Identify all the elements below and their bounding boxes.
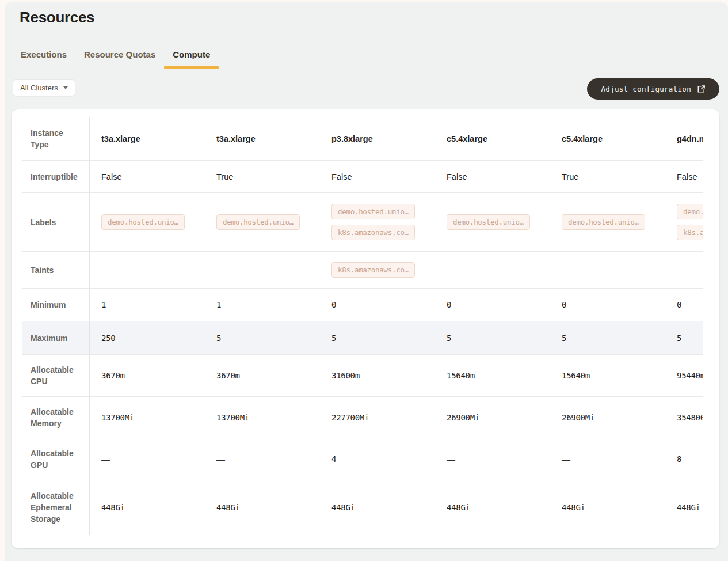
minimum-value: 0 <box>331 300 336 309</box>
cell-maximum-col6: 5 <box>665 321 703 354</box>
cell-minimum-col2: 1 <box>205 289 320 321</box>
tab-bar-divider <box>12 70 723 70</box>
cell-labels-col4: demo.hosted.unio… <box>435 193 550 251</box>
allocatable_memory-value: 227700Mi <box>331 413 369 422</box>
chip-stack: demo.hosted.unio… <box>562 214 645 230</box>
external-link-icon <box>697 85 706 93</box>
page-background: { "page": { "title": "Resources" }, "tab… <box>0 0 728 561</box>
row-label-text: Interruptible <box>31 171 83 183</box>
cell-maximum-col5: 5 <box>550 321 665 354</box>
minimum-value: 1 <box>101 300 106 309</box>
row-label-interruptible: Interruptible <box>22 161 90 192</box>
minimum-value: 1 <box>216 300 221 309</box>
instance_type-value: c5.4xlarge <box>562 134 603 143</box>
row-label-allocatable_memory: Allocatable Memory <box>22 397 90 438</box>
label-chip: demo.hosted.unio… <box>216 214 300 230</box>
cell-minimum-col3: 0 <box>320 289 435 321</box>
minimum-value: 0 <box>562 300 566 309</box>
cell-instance_type-col6: g4dn.metal <box>665 117 703 160</box>
tab-bar: ExecutionsResource QuotasCompute <box>12 48 219 69</box>
label-chip: k8s.amazonaws.co… <box>677 225 703 240</box>
cell-allocatable_gpu-col2: — <box>205 438 320 480</box>
maximum-value: 5 <box>447 333 451 343</box>
cell-maximum-col3: 5 <box>320 321 435 354</box>
adjust-configuration-button[interactable]: Adjust configuration <box>587 78 719 100</box>
allocatable_cpu-value: 3670m <box>101 371 125 380</box>
table-row-instance_type: Instance Typet3a.xlarget3a.xlargep3.8xla… <box>22 117 703 161</box>
cell-allocatable_memory-col4: 26900Mi <box>435 397 550 438</box>
cell-interruptible-col6: False <box>665 161 703 192</box>
allocatable_cpu-value: 15640m <box>562 371 590 380</box>
minimum-value: 0 <box>677 300 681 309</box>
allocatable_ephemeral_storage-value: 448Gi <box>331 503 355 512</box>
cell-maximum-col2: 5 <box>205 321 320 354</box>
allocatable_cpu-value: 95440m <box>677 371 703 380</box>
chip-stack: demo.hosted.unio…k8s.amazonaws.co… <box>331 204 415 240</box>
empty-value-dash: — <box>562 454 570 464</box>
maximum-value: 5 <box>677 333 681 343</box>
label-chip: demo.hosted.unio… <box>101 214 185 230</box>
table-row-taints: Taints——k8s.amazonaws.co…——— <box>22 252 703 289</box>
cell-minimum-col5: 0 <box>550 289 665 321</box>
cell-allocatable_ephemeral_storage-col2: 448Gi <box>205 480 320 535</box>
label-chip: k8s.amazonaws.co… <box>331 225 415 240</box>
compute-table: Instance Typet3a.xlarget3a.xlargep3.8xla… <box>22 117 703 535</box>
cell-taints-col5: — <box>550 252 665 288</box>
resources-panel: Resources ExecutionsResource QuotasCompu… <box>5 2 728 561</box>
label-chip: demo.hosted.unio… <box>331 204 415 219</box>
table-row-labels: Labelsdemo.hosted.unio…demo.hosted.unio…… <box>22 193 703 252</box>
cell-allocatable_gpu-col6: 8 <box>665 438 703 480</box>
allocatable_memory-value: 354800Mi <box>677 413 703 422</box>
cell-allocatable_cpu-col3: 31600m <box>320 355 435 396</box>
row-label-text: Allocatable CPU <box>31 364 83 387</box>
cell-allocatable_memory-col5: 26900Mi <box>550 397 665 438</box>
row-label-taints: Taints <box>22 252 90 288</box>
cell-taints-col1: — <box>90 252 205 288</box>
allocatable_gpu-value: 8 <box>677 454 681 464</box>
interruptible-value: True <box>216 172 233 181</box>
interruptible-value: True <box>562 172 578 181</box>
tab-executions[interactable]: Executions <box>12 48 75 69</box>
maximum-value: 5 <box>216 333 221 343</box>
row-label-instance_type: Instance Type <box>22 117 90 160</box>
allocatable_ephemeral_storage-value: 448Gi <box>447 503 470 512</box>
label-chip: demo.hosted.unio… <box>677 204 703 219</box>
cell-allocatable_ephemeral_storage-col4: 448Gi <box>435 480 550 535</box>
cell-interruptible-col3: False <box>320 161 435 192</box>
cell-maximum-col4: 5 <box>435 321 550 354</box>
cell-allocatable_gpu-col1: — <box>90 438 205 480</box>
chip-stack: demo.hosted.unio… <box>101 214 185 230</box>
allocatable_ephemeral_storage-value: 448Gi <box>101 503 125 512</box>
cell-labels-col3: demo.hosted.unio…k8s.amazonaws.co… <box>320 193 435 251</box>
chevron-down-icon <box>63 86 68 89</box>
maximum-value: 5 <box>331 333 336 343</box>
compute-table-card: Instance Typet3a.xlarget3a.xlargep3.8xla… <box>12 109 719 548</box>
allocatable_ephemeral_storage-value: 448Gi <box>216 503 240 512</box>
table-scroll-area[interactable]: Instance Typet3a.xlarget3a.xlargep3.8xla… <box>22 117 703 535</box>
cluster-filter-select[interactable]: All Clusters <box>13 79 75 96</box>
interruptible-value: False <box>677 172 697 181</box>
cell-allocatable_cpu-col2: 3670m <box>205 355 320 396</box>
allocatable_cpu-value: 3670m <box>216 371 240 380</box>
instance_type-value: c5.4xlarge <box>447 134 487 143</box>
cell-minimum-col4: 0 <box>435 289 550 321</box>
instance_type-value: t3a.xlarge <box>101 134 140 143</box>
row-label-allocatable_gpu: Allocatable GPU <box>22 438 90 480</box>
row-label-maximum: Maximum <box>22 321 90 354</box>
cell-taints-col4: — <box>435 252 550 288</box>
tab-resource-quotas[interactable]: Resource Quotas <box>75 48 164 69</box>
row-label-text: Taints <box>31 264 83 276</box>
row-label-labels: Labels <box>22 193 90 251</box>
cell-allocatable_gpu-col4: — <box>435 438 550 480</box>
table-row-minimum: Minimum110000 <box>22 289 703 321</box>
table-row-maximum: Maximum25055555 <box>22 321 703 355</box>
cell-allocatable_cpu-col1: 3670m <box>90 355 205 396</box>
interruptible-value: False <box>331 172 352 181</box>
empty-value-dash: — <box>101 265 110 275</box>
empty-value-dash: — <box>447 265 455 275</box>
tab-compute[interactable]: Compute <box>164 48 219 69</box>
table-row-allocatable_ephemeral_storage: Allocatable Ephemeral Storage448Gi448Gi4… <box>22 480 703 535</box>
allocatable_memory-value: 13700Mi <box>101 413 134 422</box>
cell-maximum-col1: 250 <box>90 321 205 354</box>
table-row-interruptible: InterruptibleFalseTrueFalseFalseTrueFals… <box>22 161 703 193</box>
